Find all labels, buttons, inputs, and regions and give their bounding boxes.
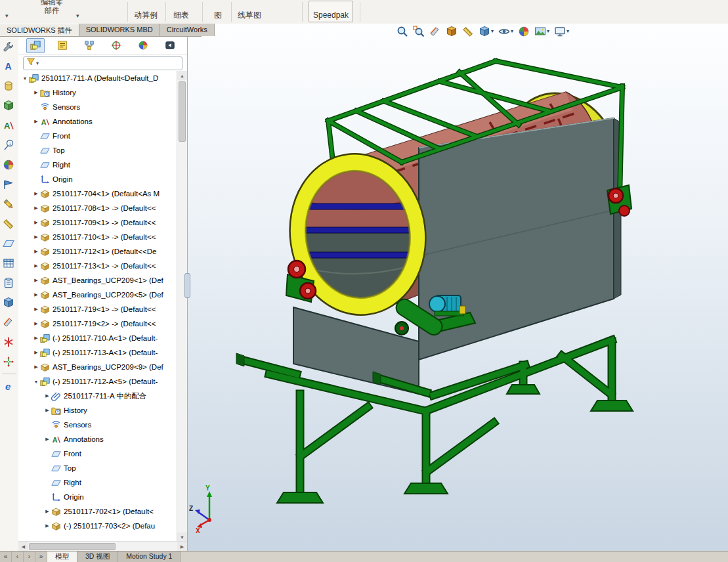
expand-caret[interactable]: ▶ bbox=[32, 307, 40, 312]
sketch-button[interactable]: 线草图 bbox=[238, 10, 261, 21]
component-icon[interactable] bbox=[0, 96, 17, 116]
tree-item[interactable]: ▶(-) 2510117-703<2> (Defau bbox=[18, 519, 177, 533]
expand-caret[interactable]: ▶ bbox=[32, 119, 40, 124]
expand-caret[interactable]: ▶ bbox=[43, 509, 51, 514]
speedpak-button[interactable]: Speedpak bbox=[309, 1, 353, 22]
expand-caret[interactable]: ▶ bbox=[43, 523, 51, 529]
tab-scroll-last[interactable]: » bbox=[35, 551, 47, 562]
tab-scroll-prev[interactable]: ‹ bbox=[12, 551, 24, 562]
document-tab-3[interactable]: Motion Study 1 bbox=[118, 551, 181, 562]
tree-item[interactable]: ▶2510117-708<1> -> (Default<< bbox=[18, 201, 177, 215]
edit-component-button[interactable]: 编辑零 部件 bbox=[29, 0, 75, 15]
expand-caret[interactable]: ▶ bbox=[32, 364, 40, 370]
expand-caret[interactable]: ▶ bbox=[32, 321, 40, 326]
expand-caret[interactable]: ▶ bbox=[32, 249, 40, 254]
dropdown-caret[interactable]: ▾ bbox=[511, 28, 513, 34]
expand-caret[interactable]: ▶ bbox=[32, 205, 40, 211]
scroll-right-icon[interactable]: ▶ bbox=[177, 542, 187, 551]
circuitworks-tool-icon[interactable]: e bbox=[0, 376, 17, 396]
expand-caret[interactable]: ▶ bbox=[32, 263, 40, 269]
motion-study-button[interactable]: 动算例 bbox=[134, 10, 158, 21]
addin-tab-2[interactable]: SOLIDWORKS MBD bbox=[79, 24, 160, 36]
tree-vertical-scrollbar[interactable]: ▲ ▼ bbox=[177, 71, 187, 542]
tree-item[interactable]: ▶2510117-710<1> -> (Default<< bbox=[18, 230, 177, 244]
tree-item[interactable]: Front bbox=[18, 446, 177, 461]
expand-caret[interactable]: ▶ bbox=[43, 393, 51, 399]
section-view-icon[interactable] bbox=[429, 25, 442, 37]
addin-tab-1[interactable]: SOLIDWORKS 插件 bbox=[0, 24, 79, 36]
vscroll-thumb[interactable] bbox=[179, 81, 186, 142]
dropdown-caret[interactable]: ▾ bbox=[547, 28, 549, 34]
expand-caret[interactable]: ▶ bbox=[32, 234, 40, 240]
tree-item[interactable]: ▶AAnnotations bbox=[18, 114, 177, 129]
reference-geometry-icon[interactable] bbox=[0, 332, 17, 352]
propertymanager-tab[interactable] bbox=[53, 38, 72, 53]
sketch-tool-icon[interactable] bbox=[0, 194, 17, 214]
tab-scroll-first[interactable]: « bbox=[0, 551, 12, 562]
tree-item[interactable]: ▶History bbox=[18, 403, 177, 418]
dimxpertmanager-tab[interactable] bbox=[107, 38, 125, 53]
collapse-caret[interactable]: ▼ bbox=[21, 76, 29, 81]
edit-appearance-icon[interactable] bbox=[517, 25, 530, 37]
dimension-tool-icon[interactable] bbox=[0, 214, 17, 234]
plane-tool-icon[interactable] bbox=[0, 234, 17, 253]
tree-horizontal-scrollbar[interactable]: ◀ ▶ bbox=[18, 541, 187, 551]
collapse-caret[interactable]: ▼ bbox=[32, 379, 40, 384]
tree-item[interactable]: ▶2510117-712<1> (Default<<De bbox=[18, 244, 177, 259]
section-tool-icon[interactable] bbox=[0, 313, 17, 332]
tree-item[interactable]: Front bbox=[18, 129, 177, 143]
tab-scroll-next[interactable]: › bbox=[24, 551, 35, 562]
tree-item[interactable]: ▶2510117-719<2> -> (Default<< bbox=[18, 316, 177, 331]
tree-item[interactable]: ▶AST_Bearings_UCP209<5> (Def bbox=[18, 288, 177, 302]
dropdown-caret[interactable]: ▾ bbox=[567, 28, 569, 34]
expand-caret[interactable]: ▶ bbox=[43, 408, 51, 413]
tree-item[interactable]: Sensors bbox=[18, 100, 177, 114]
explode-tool-icon[interactable] bbox=[0, 352, 17, 372]
model-viewport-3d[interactable]: Y Z X bbox=[187, 24, 728, 551]
zoom-area-icon[interactable] bbox=[412, 25, 425, 37]
configurationmanager-tab[interactable] bbox=[80, 38, 98, 53]
scroll-left-icon[interactable]: ◀ bbox=[18, 542, 28, 551]
measure-icon[interactable] bbox=[461, 25, 475, 37]
bom-button[interactable]: 细表 bbox=[173, 10, 189, 21]
displaymanager-tab[interactable] bbox=[134, 38, 152, 53]
tag-tool-icon[interactable] bbox=[0, 175, 17, 194]
table-tool-icon[interactable] bbox=[0, 253, 17, 273]
tree-item[interactable]: Origin bbox=[18, 490, 177, 504]
tree-item[interactable]: ▶AST_Bearings_UCP209<9> (Def bbox=[18, 360, 177, 374]
balloon-tool-icon[interactable]: 1 bbox=[0, 135, 17, 155]
expand-caret[interactable]: ▶ bbox=[32, 335, 40, 341]
tree-item[interactable]: ▶2510117-711-A 中的配合 bbox=[18, 389, 177, 403]
tree-item[interactable]: ▶2510117-704<1> (Default<As M bbox=[18, 186, 177, 201]
block-tool-icon[interactable] bbox=[0, 293, 17, 313]
tree-item[interactable]: ▶(-) 2510117-713-A<1> (Default- bbox=[18, 345, 177, 360]
expand-caret[interactable]: ▶ bbox=[43, 437, 51, 442]
expand-caret[interactable]: ▶ bbox=[32, 220, 40, 225]
annotation-tool-icon[interactable]: A bbox=[0, 116, 17, 135]
panel-collapse-tab[interactable] bbox=[161, 38, 179, 53]
view-orientation-icon[interactable] bbox=[445, 25, 458, 37]
tree-item[interactable]: Sensors bbox=[18, 418, 177, 432]
expand-caret[interactable]: ▶ bbox=[32, 350, 40, 355]
dropdown-caret[interactable]: ▾ bbox=[76, 12, 79, 19]
scroll-up-icon[interactable]: ▲ bbox=[177, 71, 187, 80]
expand-caret[interactable]: ▶ bbox=[32, 90, 40, 95]
document-tab-1[interactable]: 模型 bbox=[47, 551, 77, 562]
tree-filter-box[interactable]: ▾ bbox=[23, 56, 182, 70]
view-settings-icon[interactable]: ▾ bbox=[553, 25, 570, 37]
tree-item[interactable]: Origin bbox=[18, 172, 177, 186]
tree-item[interactable]: ▼2510117-711-A (Default<Default_D bbox=[18, 71, 177, 85]
dropdown-caret[interactable]: ▾ bbox=[491, 28, 494, 34]
featuremanager-tab[interactable] bbox=[26, 38, 45, 53]
dropdown-caret[interactable]: ▾ bbox=[5, 12, 9, 19]
tree-item[interactable]: ▶2510117-713<1> -> (Default<< bbox=[18, 259, 177, 273]
tree-item[interactable]: Right bbox=[18, 158, 177, 172]
expand-caret[interactable]: ▶ bbox=[32, 292, 40, 297]
tree-item[interactable]: ▶AAnnotations bbox=[18, 432, 177, 446]
tree-item[interactable]: ▶2510117-709<1> -> (Default<< bbox=[18, 215, 177, 230]
tree-item[interactable]: ▶(-) 2510117-710-A<1> (Default- bbox=[18, 331, 177, 345]
tree-item[interactable]: ▶2510117-702<1> (Default< bbox=[18, 504, 177, 519]
tree-item[interactable]: ▶AST_Bearings_UCP209<1> (Def bbox=[18, 273, 177, 288]
tree-item[interactable]: Right bbox=[18, 475, 177, 490]
hide-show-items-icon[interactable]: ▾ bbox=[498, 25, 514, 37]
